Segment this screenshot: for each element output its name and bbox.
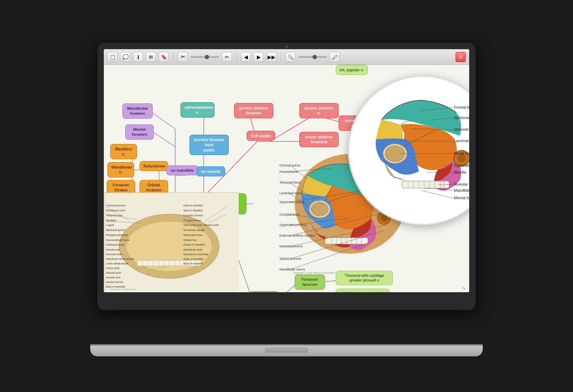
svg-text:Masseterica tuberosity: Masseterica tuberosity [183, 253, 209, 256]
svg-text:Squamous suture: Squamous suture [279, 200, 305, 204]
svg-text:Sphenoid bone: Sphenoid bone [454, 115, 469, 120]
svg-text:Nasal bone: Nasal bone [454, 151, 469, 155]
node-int-jugular[interactable]: int. jugular v. [336, 65, 368, 75]
svg-text:Mandible (bod): Mandible (bod) [454, 188, 469, 192]
node-soft-palate[interactable]: Soft palate [247, 131, 275, 141]
node-cover-membrane[interactable]: " Cover by membrane"-carotid a. [336, 289, 389, 292]
node-maxillary-n[interactable]: Maxillary n. [110, 144, 137, 159]
svg-text:Ethmoid bone: Ethmoid bone [454, 127, 469, 131]
node-on-mandible[interactable]: on mandible [166, 165, 198, 175]
mandible-diagram: Coronoid process Mandibular notch Tempor… [105, 192, 238, 290]
node-on-maxilla[interactable]: on maxilla [197, 166, 225, 176]
svg-text:Body of mandible: Body of mandible [183, 262, 203, 265]
node-mandibular-foramen[interactable]: Mandibular foramen [122, 103, 153, 119]
svg-text:Coronoid process: Coronoid process [106, 204, 126, 207]
node-lesser-palatine-foramina[interactable]: lesser palatineforamina [299, 132, 339, 147]
laptop-screen-frame: 📋 💭 ℹ ✉ 🔖 ✂ ✂ ◀ ▶ ▶▶ 🔍 [97, 43, 476, 310]
svg-text:Styloid process: Styloid process [279, 257, 301, 261]
toolbar-btn-mail[interactable]: ✉ [146, 52, 156, 62]
svg-text:Lambdoid suture: Lambdoid suture [279, 191, 303, 195]
svg-text:Alveolar part: Alveolar part [106, 248, 120, 251]
svg-text:Premolar teeth: Premolar teeth [106, 253, 122, 256]
svg-text:Copyright © MedDS 2013: Copyright © MedDS 2013 [111, 288, 135, 290]
svg-text:Lingula: Lingula [106, 224, 114, 227]
svg-text:Zygomatic process: Zygomatic process [279, 223, 306, 227]
webcam-dot [285, 46, 288, 48]
toolbar-sep-1 [173, 53, 173, 61]
svg-text:Mandibular canal: Mandibular canal [183, 248, 203, 251]
toolbar-btn-play[interactable]: ▶ [254, 52, 264, 62]
svg-text:Mandibular ramus: Mandibular ramus [279, 268, 305, 271]
node-mental-foramen[interactable]: Mental foramen [125, 124, 154, 140]
toolbar-slider-1[interactable] [191, 56, 219, 58]
svg-text:Oblique line: Oblique line [183, 239, 197, 242]
svg-text:Pterygoid tuberosity: Pterygoid tuberosity [106, 234, 128, 237]
node-greater-palatine-n[interactable]: greater palatine n. [299, 103, 339, 118]
node-incisive-fossa[interactable]: incisive fossaon hardpalate [189, 135, 229, 155]
toolbar-btn-bookmark[interactable]: 🔖 [159, 52, 169, 62]
svg-text:Third molar tooth; Wisdom toot: Third molar tooth; Wisdom tooth [183, 224, 219, 226]
svg-text:Zygomatic bone: Zygomatic bone [454, 163, 469, 167]
laptop-body [90, 346, 483, 356]
svg-text:Mandible: Mandible [106, 219, 116, 222]
node-temporal-bone[interactable]: Temporal bone [249, 291, 279, 292]
svg-text:Alveolar arch: Alveolar arch [106, 276, 121, 279]
svg-text:Mandibular notch: Mandibular notch [106, 209, 125, 212]
svg-text:Base of mandible: Base of mandible [106, 285, 125, 288]
toolbar-sep-3 [281, 53, 281, 61]
svg-point-87 [311, 202, 328, 216]
mandible-bg: Coronoid process Mandibular notch Tempor… [105, 192, 238, 290]
svg-text:Maxilla: Maxilla [454, 170, 466, 174]
node-greater-palatine-foramen[interactable]: greater palatine foramen [234, 103, 273, 118]
toolbar-btn-zoom[interactable]: 🔎 [330, 52, 340, 62]
svg-text:Ramus of mandible: Ramus of mandible [183, 243, 205, 246]
node-covered-cartilage[interactable]: "Covered with cartilage-greater ptrosall… [336, 271, 393, 285]
resize-handle[interactable]: ↘ [461, 285, 466, 290]
svg-text:Parietal bone: Parietal bone [279, 170, 298, 174]
node-mandibular-n[interactable]: Mandibularn. [107, 162, 134, 177]
node-rotundome[interactable]: Rotundome [140, 161, 168, 171]
svg-text:Lower dental arcade: Lower dental arcade [106, 262, 129, 265]
toolbar-btn-next[interactable]: ▶▶ [267, 52, 277, 62]
toolbar-btn-info[interactable]: ℹ [133, 52, 143, 62]
svg-line-5 [150, 130, 175, 147]
svg-text:Retromolar fossa: Retromolar fossa [183, 234, 202, 236]
toolbar-sep-2 [236, 53, 237, 61]
toolbar-btn-prev[interactable]: ◀ [241, 52, 251, 62]
svg-text:Angle of mandible: Angle of mandible [183, 258, 203, 261]
toolbar-btn-close[interactable]: ✕ [456, 52, 466, 62]
svg-text:Neck of mandible: Neck of mandible [183, 209, 203, 212]
mandible-svg: Coronoid process Mandibular notch Tempor… [105, 193, 239, 291]
svg-text:External auditory meatus: External auditory meatus [279, 234, 315, 237]
svg-line-4 [150, 111, 175, 129]
svg-line-24 [275, 284, 296, 292]
node-foramen-lacerum[interactable]: Foramenlacerum [295, 274, 325, 290]
svg-text:Sublingual fossa: Sublingual fossa [106, 243, 124, 246]
canvas-area[interactable]: Mandibular foramen Mental foramen Maxill… [104, 65, 469, 292]
toolbar: 📋 💭 ℹ ✉ 🔖 ✂ ✂ ◀ ▶ ▶▶ 🔍 [104, 49, 469, 65]
toolbar-btn-thought[interactable]: 💭 [120, 52, 130, 62]
toolbar-btn-scissors[interactable]: ✂ [222, 52, 232, 62]
svg-text:Alveolar margins: Alveolar margins [454, 182, 469, 186]
toolbar-slider-2[interactable] [298, 56, 327, 58]
toolbar-btn-search[interactable]: 🔍 [285, 52, 295, 62]
svg-text:Mental foramen: Mental foramen [106, 281, 123, 283]
svg-text:Incisor teeth: Incisor teeth [106, 267, 120, 269]
svg-text:Retromolar triangle: Retromolar triangle [183, 229, 205, 232]
svg-text:Lacrimal bone: Lacrimal bone [454, 139, 469, 143]
toolbar-btn-cut[interactable]: ✂ [178, 52, 188, 62]
svg-text:Pterygoid fovea: Pterygoid fovea [183, 219, 201, 222]
svg-text:Condylar process: Condylar process [183, 214, 203, 217]
svg-text:Coronal suture: Coronal suture [279, 164, 300, 167]
screen-content: 📋 💭 ℹ ✉ 🔖 ✂ ✂ ◀ ▶ ▶▶ 🔍 [104, 49, 469, 292]
laptop-container: 📋 💭 ℹ ✉ 🔖 ✂ ✂ ◀ ▶ ▶▶ 🔍 [90, 36, 483, 356]
svg-text:Frontal bone: Frontal bone [454, 105, 469, 109]
svg-text:Temporal crest: Temporal crest [106, 214, 122, 217]
svg-text:Submandibular fossa: Submandibular fossa [106, 239, 130, 241]
svg-text:Mental forar: Mental forar [454, 196, 469, 200]
node-sphenopalatine[interactable]: sphenopalatinen. [181, 102, 214, 118]
toolbar-btn-clipboard[interactable]: 📋 [107, 52, 117, 62]
svg-text:Mastoid process: Mastoid process [279, 244, 303, 248]
svg-text:Temporal bone: Temporal bone [279, 181, 301, 184]
svg-text:Occipital bone: Occipital bone [279, 213, 300, 216]
